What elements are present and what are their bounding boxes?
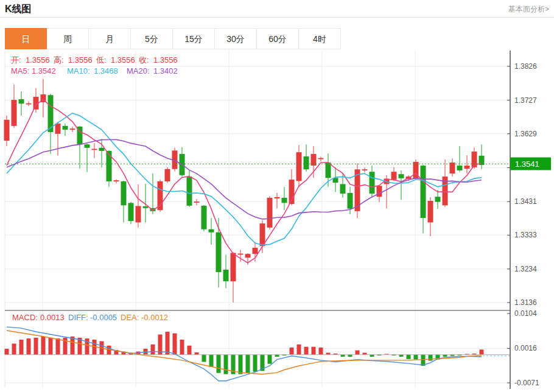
- ma10-value: 1.3468: [94, 66, 118, 75]
- open-value: 1.3556: [26, 55, 50, 65]
- close-label: 收:: [139, 55, 149, 65]
- macd-readout: MACD: 0.0013 DIFF: -0.0005 DEA: -0.0012: [12, 313, 168, 322]
- macd-value: 0.0013: [40, 313, 65, 322]
- price-axis-label: 1.3333: [514, 231, 537, 239]
- ma5-label: MA5:: [11, 66, 29, 75]
- price-axis-label: 1.3136: [514, 298, 537, 307]
- ma20-label: MA20:: [127, 66, 150, 75]
- kline-chart: 1.38261.37271.36291.35301.34311.33331.32…: [0, 51, 554, 389]
- tab-period-6[interactable]: 60分: [257, 28, 299, 49]
- current-price-badge: 1.3541: [510, 158, 551, 170]
- open-label: 开:: [11, 55, 21, 65]
- macd-axis-label: 0.0016: [514, 344, 537, 352]
- widget-header: K线图 基本面分析>: [0, 0, 554, 18]
- period-tab-bar: 日周月5分15分30分60分4时: [5, 28, 554, 51]
- ma5-value: 1.3542: [32, 66, 56, 75]
- page-title: K线图: [5, 3, 32, 16]
- high-label: 高:: [54, 55, 64, 65]
- tab-period-7[interactable]: 4时: [299, 28, 341, 49]
- tab-period-3[interactable]: 5分: [131, 28, 173, 49]
- low-value: 1.3556: [111, 55, 135, 65]
- diff-label: DIFF:: [68, 313, 88, 322]
- tab-period-2[interactable]: 月: [89, 28, 131, 49]
- diff-value: -0.0005: [90, 313, 117, 322]
- ma10-label: MA10:: [67, 66, 90, 75]
- macd-layer: [5, 327, 511, 381]
- price-axis-label: 1.3431: [514, 197, 537, 206]
- price-axis-label: 1.3826: [514, 62, 537, 71]
- ma5-line: [7, 100, 482, 263]
- ma-readout: MA5: 1.3542 MA10: 1.3468 MA20: 1.3402: [11, 66, 178, 75]
- price-axis-label: 1.3234: [514, 265, 537, 273]
- ohlc-readout: 开: 1.3556 高: 1.3556 低: 1.3556 收: 1.3556: [11, 55, 178, 65]
- tab-period-5[interactable]: 30分: [215, 28, 257, 49]
- ma20-value: 1.3402: [153, 66, 178, 75]
- grid-layer: [5, 51, 510, 388]
- close-value: 1.3556: [153, 55, 178, 65]
- current-price-value: 1.3541: [515, 159, 539, 169]
- dea-value: -0.0012: [141, 313, 168, 322]
- high-value: 1.3556: [68, 55, 93, 65]
- ma20-line: [7, 139, 482, 219]
- macd-axis-label: 0.0104: [514, 309, 537, 318]
- tab-period-1[interactable]: 周: [47, 28, 89, 49]
- tab-period-0[interactable]: 日: [5, 28, 47, 49]
- tab-period-4[interactable]: 15分: [173, 28, 215, 49]
- macd-axis-label: -0.0071: [514, 379, 539, 387]
- macd-label: MACD:: [12, 313, 38, 322]
- fundamental-analysis-link[interactable]: 基本面分析>: [508, 4, 549, 15]
- price-axis-label: 1.3629: [514, 130, 537, 138]
- kline-chart-svg: 1.38261.37271.36291.35301.34311.33331.32…: [0, 51, 554, 389]
- dea-label: DEA:: [121, 313, 139, 322]
- low-label: 低:: [96, 55, 107, 65]
- price-axis-label: 1.3727: [514, 96, 537, 105]
